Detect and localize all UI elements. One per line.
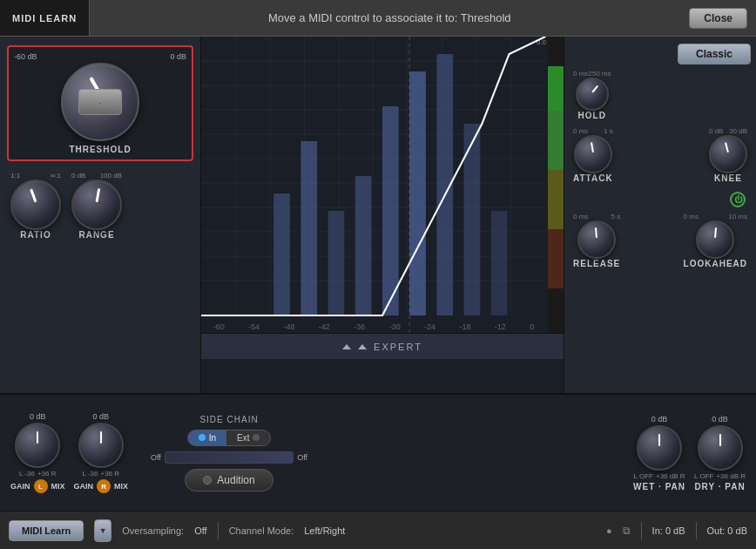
side-chain-area: SIDE CHAIN In Ext Off Off Audition (137, 415, 321, 491)
threshold-knob[interactable]: - (61, 63, 139, 141)
gain-l-title: GAIN (10, 482, 30, 491)
attack-section: 0 ms 1 s ATTACK (573, 127, 613, 183)
side-chain-toggle[interactable]: In Ext (187, 430, 272, 446)
release-lookahead-row: 0 ms 5 s RELEASE 0 ms 10 ms (570, 213, 751, 268)
ratio-group: 1:1 ∞:1 RATIO (10, 172, 61, 240)
side-chain-in[interactable]: In (188, 430, 226, 445)
dry-pan-group: 0 dB L OFF +36 dB R DRY · PAN (694, 415, 746, 491)
audition-button[interactable]: Audition (185, 469, 273, 491)
knee-knob[interactable] (709, 135, 747, 173)
classic-button[interactable]: Classic (678, 44, 751, 64)
copy-icon: ⧉ (623, 525, 631, 537)
status-divider-1 (218, 522, 219, 539)
waveform-svg (201, 37, 564, 333)
hold-max-label: 250 ms (588, 70, 611, 78)
ratio-knob-indicator (30, 188, 37, 202)
channel-mode-label: Channel Mode: (229, 525, 294, 536)
dry-pan-value: 0 dB (712, 415, 728, 424)
hold-title: HOLD (578, 111, 606, 120)
gain-r-value: 0 dB (93, 412, 110, 421)
gain-l-bottom: GAIN L MIX (10, 479, 65, 493)
slider-off-right: Off (297, 453, 307, 462)
graph-x-labels: -60 -54 -48 -42 -36 -30 -24 -18 -12 0 (201, 321, 546, 333)
power-button[interactable]: ⏻ (730, 192, 746, 207)
threshold-max-label: 0 dB (170, 52, 186, 61)
bottom-section: 0 dB L -36 +36 R GAIN L MIX 0 dB (0, 394, 756, 511)
status-midi-learn-button[interactable]: MIDI Learn (9, 520, 84, 541)
top-bar: MIDI LEARN Move a MIDI control to associ… (0, 0, 756, 37)
top-bar-message: Move a MIDI control to associate it to: … (90, 11, 689, 24)
release-knob[interactable] (577, 220, 616, 259)
attack-knob[interactable] (574, 135, 612, 173)
lookahead-section: 0 ms 10 ms LOOKAHEAD (684, 213, 747, 268)
ratio-title: RATIO (20, 230, 51, 240)
status-divider-3 (696, 522, 697, 539)
center-graph: 0 -6 -12 -18 -24 -30 -36 -42 -48 -54 -60… (200, 37, 564, 393)
gain-r-mix-label: MIX (114, 482, 128, 491)
threshold-title: THRESHOLD (69, 145, 131, 154)
status-divider-2 (641, 522, 642, 539)
lookahead-title: LOOKAHEAD (684, 259, 747, 268)
oversampling-value: Off (194, 525, 206, 536)
side-chain-label: SIDE CHAIN (199, 415, 258, 424)
sc-ext-dot (253, 434, 260, 441)
out-level-label: Out: 0 dB (707, 525, 747, 536)
graph-container: 0 -6 -12 -18 -24 -30 -36 -42 -48 -54 -60… (201, 37, 564, 333)
sc-ext-label: Ext (237, 433, 249, 443)
release-section: 0 ms 5 s RELEASE (573, 213, 620, 268)
expert-label: EXPERT (374, 342, 422, 352)
wet-pan-knob[interactable] (637, 425, 682, 471)
gain-l-group: 0 dB L -36 +36 R GAIN L MIX (10, 412, 65, 493)
gain-r-knob[interactable] (78, 423, 124, 468)
hold-min-label: 0 ms (573, 70, 588, 78)
attack-title: ATTACK (573, 173, 613, 183)
right-top-row: Classic (570, 44, 751, 64)
close-button[interactable]: Close (689, 8, 747, 29)
ratio-range-row: 1:1 ∞:1 RATIO 0 dB 100 dB (7, 172, 193, 240)
hold-knob[interactable] (576, 78, 609, 111)
svg-rect-27 (491, 211, 508, 315)
dry-pan-labels: L OFF +36 dB R (694, 472, 746, 480)
slider-row: Off Off (151, 451, 307, 464)
top-section: -60 dB 0 dB - THRESHOLD 1:1 ∞:1 (0, 37, 756, 394)
oversampling-label: Oversampling: (122, 525, 184, 536)
status-dropdown-arrow[interactable]: ▼ (94, 519, 111, 542)
range-knob-indicator (96, 188, 101, 202)
gain-l-knob[interactable] (15, 423, 60, 468)
audition-dot (203, 476, 212, 485)
ratio-min-label: 1:1 (10, 172, 20, 180)
left-controls: -60 dB 0 dB - THRESHOLD 1:1 ∞:1 (0, 37, 200, 393)
range-knob[interactable] (71, 180, 122, 230)
hold-section: 0 ms 250 ms HOLD (573, 70, 611, 120)
right-controls: Classic 0 ms 250 ms HOLD (564, 37, 756, 393)
knee-min-label: 0 dB (709, 127, 723, 135)
knee-max-label: 30 dB (729, 127, 747, 135)
side-chain-slider[interactable] (165, 451, 294, 464)
status-bar: MIDI Learn ▼ Oversampling: Off Channel M… (0, 511, 756, 549)
expert-bar[interactable]: EXPERT (201, 333, 564, 359)
dry-pan-knob[interactable] (698, 425, 743, 471)
ratio-knob[interactable] (10, 180, 61, 230)
svg-rect-20 (300, 141, 317, 315)
chevron-up-icon (342, 344, 351, 349)
hold-row: 0 ms 250 ms HOLD (570, 70, 751, 120)
gain-r-badge: R (97, 479, 111, 493)
attack-min-label: 0 ms (573, 127, 588, 135)
threshold-min-label: -60 dB (14, 52, 37, 61)
release-title: RELEASE (573, 259, 620, 268)
gain-l-badge: L (34, 479, 48, 493)
svg-rect-24 (409, 71, 426, 315)
threshold-section: -60 dB 0 dB - THRESHOLD (7, 45, 193, 161)
side-chain-ext[interactable]: Ext (226, 430, 270, 445)
svg-rect-21 (328, 211, 345, 315)
chevron-up-icon-2 (358, 344, 367, 349)
range-max-label: 100 dB (100, 172, 122, 180)
gain-l-value: 0 dB (30, 412, 46, 421)
lookahead-max-label: 10 ms (728, 213, 747, 220)
threshold-display: - (78, 89, 122, 115)
expert-button[interactable]: EXPERT (342, 342, 422, 352)
lookahead-knob[interactable] (696, 220, 734, 259)
knee-title: KNEE (714, 173, 742, 183)
range-min-label: 0 dB (71, 172, 85, 180)
svg-rect-23 (382, 106, 399, 315)
